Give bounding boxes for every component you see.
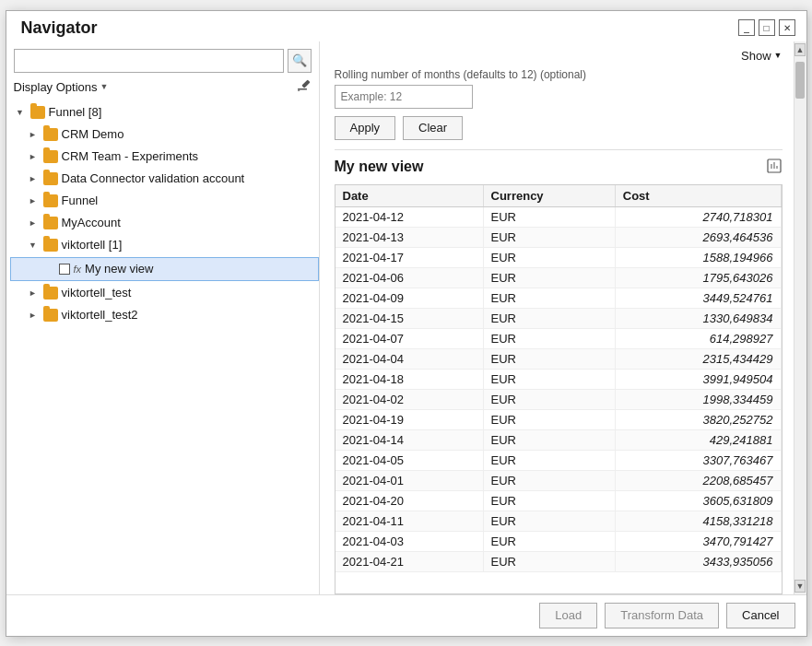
table-row[interactable]: 2021-04-06EUR1795,643026: [335, 267, 782, 288]
scroll-down-button[interactable]: ▼: [794, 580, 806, 593]
rolling-input[interactable]: [335, 85, 473, 109]
table-cell: 4158,331218: [615, 511, 781, 531]
tree-item-dataconn[interactable]: ► Data Connector validation account: [10, 168, 319, 190]
tree-item-crmteam[interactable]: ► CRM Team - Experiments: [10, 146, 319, 168]
table-cell: 1330,649834: [615, 308, 781, 328]
tree-item-crmdemo[interactable]: ► CRM Demo: [10, 123, 319, 146]
table-row[interactable]: 2021-04-20EUR3605,631809: [335, 490, 782, 511]
data-table: Date Currency Cost 2021-04-12EUR2740,718…: [335, 185, 782, 572]
edit-icon-button[interactable]: [297, 78, 312, 96]
table-cell: EUR: [483, 267, 615, 288]
expand-icon: ►: [27, 172, 40, 185]
table-cell: 2021-04-21: [335, 551, 484, 571]
left-panel: 🔍 Display Options ▼: [6, 41, 320, 594]
table-cell: EUR: [483, 450, 615, 470]
export-icon: [766, 158, 783, 174]
minimize-button[interactable]: ⎯: [738, 19, 755, 36]
table-cell: 2021-04-19: [335, 409, 484, 429]
tree-item-viktortell-test[interactable]: ► viktortell_test: [10, 282, 319, 304]
rolling-label: Rolling number of months (defaults to 12…: [335, 68, 783, 81]
tree-item-viktortell1[interactable]: ▼ viktortell [1]: [10, 234, 319, 256]
view-title-row: My new view: [335, 158, 783, 177]
table-row[interactable]: 2021-04-01EUR2208,685457: [335, 470, 782, 490]
table-row[interactable]: 2021-04-12EUR2740,718301: [335, 206, 782, 227]
data-table-container: Date Currency Cost 2021-04-12EUR2740,718…: [335, 184, 783, 594]
table-row[interactable]: 2021-04-04EUR2315,434429: [335, 348, 782, 369]
table-cell: 2021-04-20: [335, 490, 484, 511]
scroll-up-button[interactable]: ▲: [794, 43, 806, 56]
folder-icon: [43, 128, 58, 141]
display-options-button[interactable]: Display Options ▼: [14, 80, 109, 94]
expand-icon: ►: [27, 287, 40, 300]
table-cell: 2021-04-09: [335, 288, 484, 308]
column-header-date: Date: [335, 185, 484, 207]
maximize-button[interactable]: □: [759, 19, 775, 36]
table-cell: 3449,524761: [615, 288, 781, 308]
tree-item-label: Funnel: [62, 194, 99, 207]
table-cell: EUR: [483, 369, 615, 389]
table-cell: 2021-04-18: [335, 369, 484, 389]
right-panel: Show ▼ Rolling number of months (default…: [320, 41, 794, 594]
main-content: 🔍 Display Options ▼: [6, 41, 806, 594]
expand-icon: ▼: [14, 106, 27, 119]
export-icon-button[interactable]: [766, 158, 783, 177]
checkbox-icon[interactable]: [59, 264, 70, 275]
column-header-cost: Cost: [615, 185, 781, 207]
table-cell: 3433,935056: [615, 551, 781, 571]
table-cell: 1588,194966: [615, 247, 781, 267]
svg-rect-1: [301, 79, 310, 88]
table-cell: 3470,791427: [615, 531, 781, 551]
folder-icon: [43, 309, 58, 322]
tree-item-viktortell-test2[interactable]: ► viktortell_test2: [10, 304, 319, 326]
tree-item-mynewview[interactable]: fx My new view: [10, 257, 319, 281]
table-cell: 2021-04-11: [335, 511, 484, 531]
expand-icon: ►: [27, 194, 40, 207]
expand-icon: ►: [27, 217, 40, 229]
show-button[interactable]: Show ▼: [741, 49, 782, 63]
table-row[interactable]: 2021-04-17EUR1588,194966: [335, 247, 782, 267]
tree-item-funnel8[interactable]: ▼ Funnel [8]: [10, 101, 319, 123]
transform-data-button[interactable]: Transform Data: [605, 603, 719, 628]
table-cell: EUR: [483, 288, 615, 308]
table-row[interactable]: 2021-04-05EUR3307,763467: [335, 450, 782, 470]
table-row[interactable]: 2021-04-15EUR1330,649834: [335, 308, 782, 328]
apply-button[interactable]: Apply: [335, 116, 396, 140]
table-cell: 2021-04-17: [335, 247, 484, 267]
table-cell: 2021-04-03: [335, 531, 484, 551]
load-button[interactable]: Load: [539, 603, 597, 628]
tree-item-label: My new view: [85, 262, 153, 276]
tree-item-myaccount[interactable]: ► MyAccount: [10, 212, 319, 234]
table-row[interactable]: 2021-04-13EUR2693,464536: [335, 227, 782, 247]
scroll-thumb[interactable]: [795, 62, 805, 99]
window-controls: ⎯ □ ✕: [738, 19, 795, 36]
table-cell: 2021-04-04: [335, 348, 484, 369]
table-row[interactable]: 2021-04-21EUR3433,935056: [335, 551, 782, 571]
clear-button[interactable]: Clear: [403, 116, 463, 140]
title-bar: Navigator ⎯ □ ✕: [6, 11, 806, 41]
tree-item-label: MyAccount: [62, 216, 121, 229]
table-cell: EUR: [483, 389, 615, 409]
table-row[interactable]: 2021-04-03EUR3470,791427: [335, 531, 782, 551]
search-button[interactable]: 🔍: [288, 49, 312, 73]
close-button[interactable]: ✕: [779, 19, 795, 36]
table-cell: 3991,949504: [615, 369, 781, 389]
table-row[interactable]: 2021-04-14EUR429,241881: [335, 429, 782, 450]
tree-item-label: Data Connector validation account: [62, 171, 245, 185]
vertical-scrollbar[interactable]: ▲ ▼: [794, 41, 806, 594]
table-row[interactable]: 2021-04-19EUR3820,252752: [335, 409, 782, 429]
table-row[interactable]: 2021-04-07EUR614,298927: [335, 328, 782, 348]
table-row[interactable]: 2021-04-09EUR3449,524761: [335, 288, 782, 308]
table-cell: 1998,334459: [615, 389, 781, 409]
table-cell: EUR: [483, 247, 615, 267]
folder-icon: [43, 217, 58, 229]
table-cell: 2021-04-01: [335, 470, 484, 490]
table-row[interactable]: 2021-04-18EUR3991,949504: [335, 369, 782, 389]
search-input[interactable]: [14, 49, 284, 73]
table-row[interactable]: 2021-04-02EUR1998,334459: [335, 389, 782, 409]
table-row[interactable]: 2021-04-11EUR4158,331218: [335, 511, 782, 531]
divider: [335, 149, 783, 150]
table-cell: EUR: [483, 429, 615, 450]
folder-icon: [30, 106, 45, 119]
cancel-button[interactable]: Cancel: [726, 603, 794, 628]
tree-item-funnel[interactable]: ► Funnel: [10, 190, 319, 212]
